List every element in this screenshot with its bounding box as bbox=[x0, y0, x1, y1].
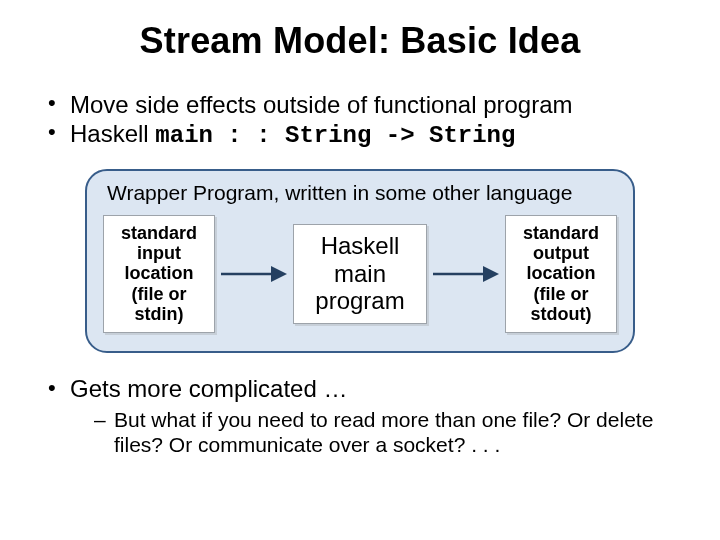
bullet-list-bottom: Gets more complicated … But what if you … bbox=[46, 375, 674, 458]
output-box: standard output location (file or stdout… bbox=[505, 215, 617, 333]
haskell-program-box: Haskell main program bbox=[293, 224, 427, 324]
sub-bullet-list: But what if you need to read more than o… bbox=[70, 407, 674, 458]
bullet-item: Move side effects outside of functional … bbox=[46, 90, 674, 119]
bullet-text: Gets more complicated … bbox=[70, 375, 347, 402]
input-box: standard input location (file or stdin) bbox=[103, 215, 215, 333]
bullet-list-top: Move side effects outside of functional … bbox=[46, 90, 674, 151]
slide-title: Stream Model: Basic Idea bbox=[46, 20, 674, 62]
svg-marker-1 bbox=[271, 266, 287, 282]
arrow-icon bbox=[219, 254, 289, 294]
bullet-text: Haskell bbox=[70, 120, 155, 147]
svg-marker-3 bbox=[483, 266, 499, 282]
sub-bullet-item: But what if you need to read more than o… bbox=[70, 407, 674, 458]
arrow-icon bbox=[431, 254, 501, 294]
code-signature: main : : String -> String bbox=[155, 122, 515, 149]
diagram-row: standard input location (file or stdin) … bbox=[103, 215, 617, 333]
wrapper-diagram: Wrapper Program, written in some other l… bbox=[85, 169, 635, 353]
bullet-item: Gets more complicated … But what if you … bbox=[46, 375, 674, 458]
bullet-text: Move side effects outside of functional … bbox=[70, 91, 573, 118]
wrapper-program-label: Wrapper Program, written in some other l… bbox=[103, 181, 617, 205]
bullet-item: Haskell main : : String -> String bbox=[46, 119, 674, 150]
